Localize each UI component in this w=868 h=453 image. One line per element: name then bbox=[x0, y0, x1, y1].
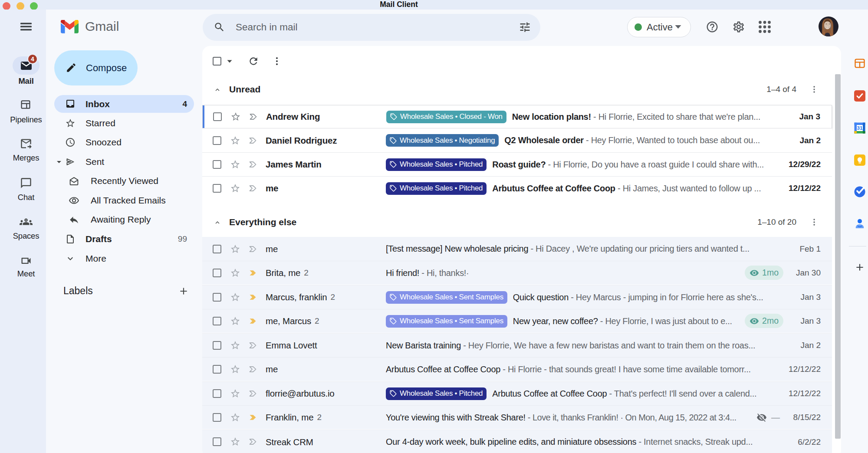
svg-text:31: 31 bbox=[857, 125, 863, 131]
